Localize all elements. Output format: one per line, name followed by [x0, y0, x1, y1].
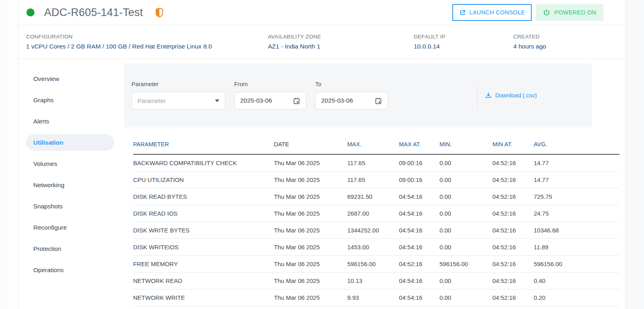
table-cell: 2687.00 — [347, 205, 399, 222]
filter-divider — [477, 85, 478, 108]
sidebar-item-operations[interactable]: Operations — [19, 259, 124, 281]
info-bar: CONFIGURATION 1 vCPU Cores / 2 GB RAM / … — [19, 25, 626, 59]
table-cell: 04:52:16 — [492, 255, 534, 272]
sidebar-item-label: Reconfigure — [33, 224, 67, 231]
table-row: CPU UTILIZATIONThu Mar 06 2025117.6509:0… — [133, 171, 620, 188]
table-cell: 04:52:16 — [492, 222, 534, 238]
sidebar-item-label: Snapshots — [33, 203, 63, 210]
column-header-max[interactable]: MAX. — [347, 137, 399, 154]
powered-on-button[interactable]: POWERED ON — [536, 4, 603, 21]
table-cell: 04:52:16 — [492, 289, 534, 306]
power-icon — [543, 9, 550, 16]
sidebar-item-label: Alerts — [33, 118, 49, 125]
sidebar-item-label: Networking — [33, 182, 65, 189]
table-cell: BACKWARD COMPATIBILITY CHECK — [133, 154, 274, 171]
table-cell: Thu Mar 06 2025 — [274, 272, 347, 289]
table-cell: 04:54:16 — [399, 188, 439, 205]
table-cell: 04:54:16 — [399, 205, 439, 222]
page-right-gutter — [626, 0, 644, 309]
table-cell: 117.65 — [347, 154, 399, 171]
calendar-icon[interactable] — [375, 97, 382, 105]
sidebar-item-networking[interactable]: Networking — [19, 174, 124, 196]
download-icon — [485, 92, 492, 99]
to-date-field[interactable] — [315, 92, 388, 109]
panel-header: ADC-R605-141-Test LAUNCH CONSOLE — [19, 0, 626, 25]
table-row: DISK READ IOSThu Mar 06 20252687.0004:54… — [133, 205, 620, 222]
calendar-icon[interactable] — [293, 97, 300, 105]
from-label: From — [234, 81, 306, 87]
info-availability-zone: AVAILABILITY ZONE AZ1 - India North 1 — [268, 34, 414, 50]
header-actions: LAUNCH CONSOLE POWERED ON — [452, 4, 603, 21]
download-csv-link[interactable]: Download (.csv) — [485, 91, 537, 99]
table-cell: Thu Mar 06 2025 — [274, 205, 347, 222]
table-cell: 09:00:16 — [399, 171, 439, 188]
table-row: DISK WRITEIOSThu Mar 06 20251453.0004:54… — [133, 238, 620, 255]
shield-icon — [155, 7, 164, 18]
table-row: BACKWARD COMPATIBILITY CHECKThu Mar 06 2… — [133, 154, 620, 171]
table-cell: 117.65 — [347, 171, 399, 188]
table-cell: Thu Mar 06 2025 — [274, 289, 347, 306]
launch-console-button[interactable]: LAUNCH CONSOLE — [452, 4, 532, 21]
column-header-min[interactable]: MIN. — [439, 137, 492, 154]
from-date-input[interactable] — [240, 97, 280, 104]
from-date-field[interactable] — [234, 92, 306, 109]
column-header-parameter[interactable]: PARAMETER — [133, 137, 274, 154]
sidebar-item-snapshots[interactable]: Snapshots — [19, 196, 124, 217]
table-cell: DISK WRITE BYTES — [133, 222, 274, 238]
table-cell: DISK READ IOS — [133, 205, 274, 222]
sidebar-nav: OverviewGraphsAlertsUtilisationVolumesNe… — [19, 63, 124, 306]
table-cell: 725.75 — [534, 188, 620, 205]
sidebar-item-alerts[interactable]: Alerts — [19, 111, 124, 132]
sidebar-item-label: Overview — [33, 75, 59, 83]
to-date-input[interactable] — [321, 97, 361, 104]
download-csv-label: Download (.csv) — [495, 92, 537, 99]
table-cell: FREE MEMORY — [133, 255, 274, 272]
table-cell: Thu Mar 06 2025 — [274, 222, 347, 238]
parameter-label: Parameter — [132, 81, 225, 87]
info-label: CONFIGURATION — [26, 34, 268, 40]
power-status-icon — [26, 8, 34, 16]
table-cell: 04:52:16 — [492, 205, 534, 222]
table-cell: DISK READ BYTES — [133, 188, 274, 205]
parameter-select[interactable]: Parameter — [132, 92, 225, 109]
column-header-avg[interactable]: AVG. — [534, 137, 620, 154]
sidebar-item-protection[interactable]: Protection — [19, 238, 124, 259]
table-cell: 04:54:16 — [399, 289, 439, 306]
sidebar-item-overview[interactable]: Overview — [19, 68, 124, 89]
column-header-min-at[interactable]: MIN AT. — [492, 137, 534, 154]
table-cell: Thu Mar 06 2025 — [274, 238, 347, 255]
table-cell: 69231.50 — [347, 188, 399, 205]
column-header-max-at[interactable]: MAX AT. — [399, 137, 439, 154]
table-cell: 04:52:16 — [492, 154, 534, 171]
sidebar-item-label: Utilisation — [33, 139, 63, 146]
table-cell: 04:52:16 — [492, 171, 534, 188]
table-row: DISK WRITE BYTESThu Mar 06 20251344252.0… — [133, 222, 620, 238]
table-cell: Thu Mar 06 2025 — [274, 171, 347, 188]
column-header-date: DATE — [274, 137, 347, 154]
table-cell: 04:54:16 — [399, 272, 439, 289]
table-cell: NETWORK WRITE — [133, 289, 274, 306]
table-cell: 0.00 — [439, 171, 492, 188]
table-cell: 0.00 — [439, 154, 492, 171]
filter-panel: Parameter Parameter From — [124, 63, 592, 127]
external-link-icon — [459, 9, 466, 16]
table-cell: 04:52:16 — [492, 238, 534, 255]
table-cell: 14.77 — [534, 171, 620, 188]
sidebar-item-utilisation[interactable]: Utilisation — [26, 134, 114, 151]
info-value: 10.0.0.14 — [414, 43, 513, 50]
table-cell: 0.00 — [439, 205, 492, 222]
table-cell: 09:00:16 — [399, 154, 439, 171]
table-cell: 10346.68 — [534, 222, 620, 238]
sidebar-item-volumes[interactable]: Volumes — [19, 153, 124, 174]
table-cell: Thu Mar 06 2025 — [274, 188, 347, 205]
sidebar-item-reconfigure[interactable]: Reconfigure — [19, 217, 124, 238]
table-cell: 04:54:16 — [399, 238, 439, 255]
table-cell: 11.89 — [534, 238, 620, 255]
info-created: CREATED 4 hours ago — [513, 34, 626, 50]
sidebar-item-label: Operations — [33, 267, 64, 274]
utilisation-pane: Parameter Parameter From — [124, 63, 626, 306]
sidebar-item-graphs[interactable]: Graphs — [19, 89, 124, 111]
table-cell: NETWORK READ — [133, 272, 274, 289]
chevron-down-icon — [215, 99, 219, 102]
table-row: DISK READ BYTESThu Mar 06 202569231.5004… — [133, 188, 620, 205]
